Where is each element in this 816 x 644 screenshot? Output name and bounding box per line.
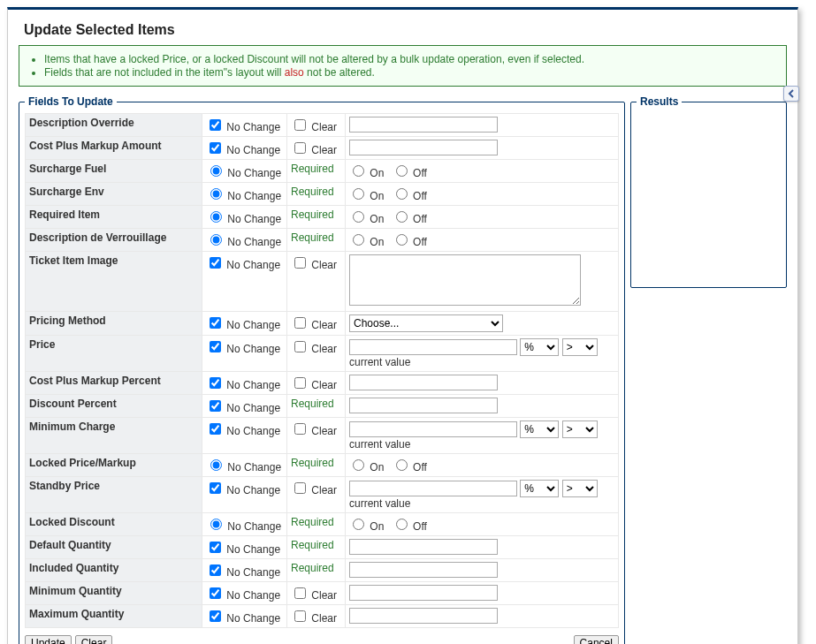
- no-change-radio[interactable]: [210, 165, 222, 177]
- field-label: Discount Percent: [26, 395, 202, 418]
- page-title: Update Selected Items: [24, 22, 787, 38]
- row-locked-price-markup: Locked Price/Markup No Change Required O…: [26, 454, 619, 477]
- clear-checkbox[interactable]: [294, 142, 306, 154]
- standby-price-input[interactable]: [349, 481, 517, 496]
- off-radio[interactable]: [396, 519, 408, 530]
- field-label: Surcharge Env: [26, 183, 202, 206]
- no-change-radio[interactable]: [210, 234, 222, 246]
- no-change-checkbox[interactable]: [210, 564, 221, 576]
- results-legend: Results: [637, 95, 682, 108]
- button-row: Update Clear Cancel: [25, 635, 619, 644]
- no-change-checkbox[interactable]: [210, 610, 221, 622]
- no-change-checkbox[interactable]: [210, 142, 221, 154]
- clear-checkbox[interactable]: [294, 482, 306, 494]
- notice-line-2: Fields that are not included in the item…: [44, 66, 779, 79]
- on-radio[interactable]: [353, 165, 364, 177]
- no-change-checkbox[interactable]: [210, 587, 221, 599]
- no-change-checkbox[interactable]: [210, 377, 221, 389]
- clear-button[interactable]: Clear: [75, 635, 113, 644]
- row-standby-price: Standby Price No Change Clear % > curren…: [26, 477, 619, 513]
- clear-checkbox[interactable]: [294, 257, 306, 269]
- clear-checkbox[interactable]: [294, 317, 306, 329]
- notice-line-1: Items that have a locked Price, or a loc…: [44, 53, 779, 65]
- min-charge-unit-select[interactable]: %: [520, 420, 559, 438]
- off-radio[interactable]: [396, 165, 408, 177]
- field-label: Description Override: [26, 114, 202, 137]
- clear-checkbox[interactable]: [294, 341, 306, 352]
- ticket-item-image-textarea[interactable]: [349, 254, 581, 306]
- off-radio[interactable]: [396, 188, 408, 200]
- no-change-radio[interactable]: [210, 188, 222, 200]
- standby-op-select[interactable]: >: [562, 480, 598, 497]
- clear-checkbox[interactable]: [294, 610, 306, 622]
- off-radio[interactable]: [396, 234, 408, 246]
- on-radio[interactable]: [353, 188, 364, 200]
- default-quantity-input[interactable]: [349, 539, 498, 555]
- included-quantity-input[interactable]: [349, 562, 498, 578]
- field-label: Included Quantity: [26, 559, 202, 582]
- discount-percent-input[interactable]: [349, 398, 498, 413]
- field-label: Maximum Quantity: [26, 605, 202, 628]
- no-change-radio[interactable]: [210, 519, 222, 530]
- field-label: Standby Price: [26, 477, 202, 513]
- update-button[interactable]: Update: [25, 635, 72, 644]
- minimum-charge-input[interactable]: [349, 421, 517, 437]
- cost-plus-markup-amount-input[interactable]: [349, 140, 498, 155]
- field-label: Locked Discount: [26, 513, 202, 536]
- no-change-radio[interactable]: [210, 459, 222, 471]
- row-required-item: Required Item No Change Required On Off: [26, 206, 619, 229]
- required-label: Required: [287, 536, 346, 559]
- on-radio[interactable]: [353, 519, 364, 530]
- standby-unit-select[interactable]: %: [520, 480, 559, 497]
- collapse-handle-icon[interactable]: [783, 86, 799, 102]
- no-change-checkbox[interactable]: [210, 542, 221, 553]
- no-change-checkbox[interactable]: [210, 400, 221, 412]
- no-change-checkbox[interactable]: [210, 482, 221, 494]
- row-minimum-quantity: Minimum Quantity No Change Clear: [26, 582, 619, 605]
- row-locked-discount: Locked Discount No Change Required On Of…: [26, 513, 619, 536]
- no-change-checkbox[interactable]: [210, 317, 221, 329]
- cancel-button[interactable]: Cancel: [574, 635, 619, 644]
- field-label: Description de Verrouillage: [26, 229, 202, 252]
- current-value-label: current value: [349, 356, 410, 368]
- notice-box: Items that have a locked Price, or a loc…: [19, 45, 787, 87]
- on-radio[interactable]: [353, 459, 364, 471]
- no-change-checkbox[interactable]: [210, 341, 221, 352]
- maximum-quantity-input[interactable]: [349, 608, 498, 624]
- on-radio[interactable]: [353, 234, 364, 246]
- row-description-de-verrouillage: Description de Verrouillage No Change Re…: [26, 229, 619, 252]
- price-input[interactable]: [349, 339, 517, 355]
- price-op-select[interactable]: >: [562, 338, 598, 356]
- clear-checkbox[interactable]: [294, 377, 306, 389]
- field-label: Minimum Quantity: [26, 582, 202, 605]
- row-surcharge-env: Surcharge Env No Change Required On Off: [26, 183, 619, 206]
- pricing-method-select[interactable]: Choose...: [349, 314, 503, 332]
- required-label: Required: [287, 513, 346, 536]
- row-cost-plus-markup-percent: Cost Plus Markup Percent No Change Clear: [26, 372, 619, 395]
- row-description-override: Description Override No Change Clear: [26, 114, 619, 137]
- cost-plus-markup-percent-input[interactable]: [349, 375, 498, 390]
- field-label: Surcharge Fuel: [26, 160, 202, 183]
- no-change-radio[interactable]: [210, 211, 222, 223]
- field-label: Cost Plus Markup Percent: [26, 372, 202, 395]
- current-value-label: current value: [349, 497, 410, 510]
- required-label: Required: [287, 160, 346, 183]
- clear-checkbox[interactable]: [294, 587, 306, 599]
- min-charge-op-select[interactable]: >: [562, 420, 598, 438]
- row-minimum-charge: Minimum Charge No Change Clear % > curre…: [26, 418, 619, 454]
- no-change-checkbox[interactable]: [210, 257, 221, 269]
- no-change-checkbox[interactable]: [210, 423, 221, 435]
- off-radio[interactable]: [396, 211, 408, 223]
- description-override-input[interactable]: [349, 117, 498, 133]
- off-radio[interactable]: [396, 459, 408, 471]
- row-maximum-quantity: Maximum Quantity No Change Clear: [26, 605, 619, 628]
- required-label: Required: [287, 229, 346, 252]
- on-radio[interactable]: [353, 211, 364, 223]
- no-change-checkbox[interactable]: [210, 119, 221, 131]
- clear-checkbox[interactable]: [294, 423, 306, 435]
- row-discount-percent: Discount Percent No Change Required: [26, 395, 619, 418]
- clear-checkbox[interactable]: [294, 119, 306, 131]
- row-ticket-item-image: Ticket Item Image No Change Clear: [26, 252, 619, 312]
- price-unit-select[interactable]: %: [520, 338, 559, 356]
- minimum-quantity-input[interactable]: [349, 585, 498, 601]
